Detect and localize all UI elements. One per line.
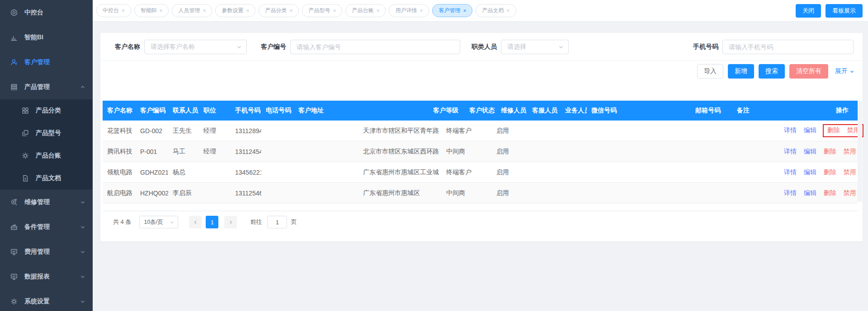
topbar-actions: 关闭 看板展示 [796,4,863,18]
close-icon[interactable]: × [506,8,509,14]
sidebar-item-expense-mgmt[interactable]: 费用管理 [0,239,93,264]
table-cell: 杨总 [168,162,199,183]
close-icon[interactable]: × [159,8,162,14]
horizontal-scrollbar[interactable] [103,204,858,211]
table-cell [587,121,691,141]
delete-link[interactable]: 删除 [824,148,836,155]
col-header: 客服人员 [528,101,561,121]
sidebar-item-product-model[interactable]: 产品型号 [0,122,93,144]
delete-link[interactable]: 删除 [824,189,836,196]
tab-label: 人员管理 [178,7,200,14]
sidebar-item-repair-mgmt[interactable]: 维修管理 [0,190,93,214]
board-display-button[interactable]: 看板展示 [826,4,863,18]
tab-user-detail[interactable]: 用户详情× [389,4,429,17]
chevron-down-icon [80,299,85,304]
table-cell: 经理 [199,121,231,141]
tab-label: 客户管理 [439,7,460,14]
filter-customer-code: 客户编号 [259,40,460,54]
tab-product-model[interactable]: 产品型号× [302,4,342,17]
tab-product-ledger[interactable]: 产品台账× [345,4,386,17]
disable-link[interactable]: 禁用 [844,168,856,176]
goto-page-input[interactable] [267,216,287,228]
close-icon[interactable]: × [289,8,292,14]
page-size-select[interactable]: 10条/页 [139,216,178,228]
chevron-up-icon [80,84,85,90]
page-size-value: 10条/页 [144,218,163,226]
vertical-scrollbar-gutter[interactable] [858,101,862,202]
delete-link[interactable]: 删除 [827,126,840,134]
table-cell: 广东省惠州市惠城区工业城 [294,162,429,183]
clear-all-button[interactable]: 清空所有 [789,64,828,79]
mobile-input[interactable] [722,40,854,54]
sidebar-item-console[interactable]: 中控台 [0,0,93,25]
next-page-button[interactable] [224,216,237,228]
table-cell [587,141,691,162]
close-icon[interactable]: × [333,8,336,14]
table-cell [528,183,561,204]
field-label: 手机号码 [691,43,718,51]
close-page-button[interactable]: 关闭 [796,4,821,18]
table-cell [732,162,774,183]
detail-link[interactable]: 详情 [784,126,797,134]
tab-customer-mgmt[interactable]: 客户管理× [432,4,472,17]
detail-link[interactable]: 详情 [784,189,797,196]
close-icon[interactable]: × [246,8,249,14]
tab-personnel-mgmt[interactable]: 人员管理× [172,4,212,17]
tab-list: 中控台× 智能BI× 人员管理× 参数设置× 产品分类× 产品型号× 产品台账×… [96,4,796,17]
sidebar-item-label: 产品台账 [36,152,61,160]
table-cell [691,183,732,204]
chevron-down-icon [80,274,85,279]
expand-link[interactable]: 展开 [835,67,854,75]
select-placeholder: 请选择 [507,43,526,51]
close-icon[interactable]: × [463,8,466,14]
delete-link[interactable]: 删除 [824,168,836,176]
staff-type-select[interactable]: 请选择 [501,40,569,54]
close-icon[interactable]: × [122,8,125,14]
table-cell [691,162,732,183]
detail-link[interactable]: 详情 [784,168,797,176]
chevron-down-icon [80,224,85,230]
edit-link[interactable]: 编辑 [804,189,816,196]
sidebar-item-data-report[interactable]: 数据报表 [0,264,93,289]
col-header: 邮箱号码 [691,101,732,121]
sidebar-item-product-doc[interactable]: 产品文档 [0,167,93,190]
sidebar-item-spare-parts-mgmt[interactable]: 备件管理 [0,214,93,239]
prev-page-button[interactable] [189,216,202,228]
tab-console[interactable]: 中控台× [96,4,131,17]
actions-cell: 详情 编辑 删除 禁用 [774,183,858,204]
detail-link[interactable]: 详情 [784,148,797,155]
content-card: 客户名称 请选择客户名称 客户编号 职类人员 请选择 手机号码 导入 新增 搜索… [100,33,863,241]
close-icon[interactable]: × [376,8,379,14]
chevron-down-icon [80,200,85,205]
close-icon[interactable]: × [203,8,206,14]
customer-code-input[interactable] [290,40,460,54]
search-button[interactable]: 搜索 [759,64,785,79]
sidebar-item-label: 费用管理 [24,248,50,256]
edit-link[interactable]: 编辑 [804,148,816,155]
tab-param-settings[interactable]: 参数设置× [215,4,255,17]
tab-product-category[interactable]: 产品分类× [259,4,299,17]
table-cell [732,141,774,162]
table-cell [261,162,294,183]
col-header: 业务人员 [561,101,587,121]
add-button[interactable]: 新增 [728,64,754,79]
edit-link[interactable]: 编辑 [804,126,816,134]
disable-link[interactable]: 禁用 [844,189,856,196]
disable-link[interactable]: 禁用 [844,148,856,155]
sidebar-item-customer-mgmt[interactable]: 客户管理 [0,50,93,74]
import-button[interactable]: 导入 [697,64,723,79]
sidebar-item-system-settings[interactable]: 系统设置 [0,289,93,311]
edit-link[interactable]: 编辑 [804,168,816,176]
tab-product-doc[interactable]: 产品文档× [476,4,516,17]
table-cell [691,121,732,141]
current-page-button[interactable]: 1 [206,216,218,228]
col-header-actions: 操作 [774,101,858,121]
sidebar-item-product-mgmt[interactable]: 产品管理 [0,74,93,99]
sidebar-item-product-ledger[interactable]: 产品台账 [0,144,93,167]
customer-name-select[interactable]: 请选择客户名称 [144,40,247,54]
tab-smart-bi[interactable]: 智能BI× [134,4,169,17]
sidebar-item-smart-bi[interactable]: 智能BI [0,25,93,50]
sidebar-item-product-category[interactable]: 产品分类 [0,99,93,122]
close-icon[interactable]: × [420,8,423,14]
table-cell: 航启电路 [103,183,136,204]
